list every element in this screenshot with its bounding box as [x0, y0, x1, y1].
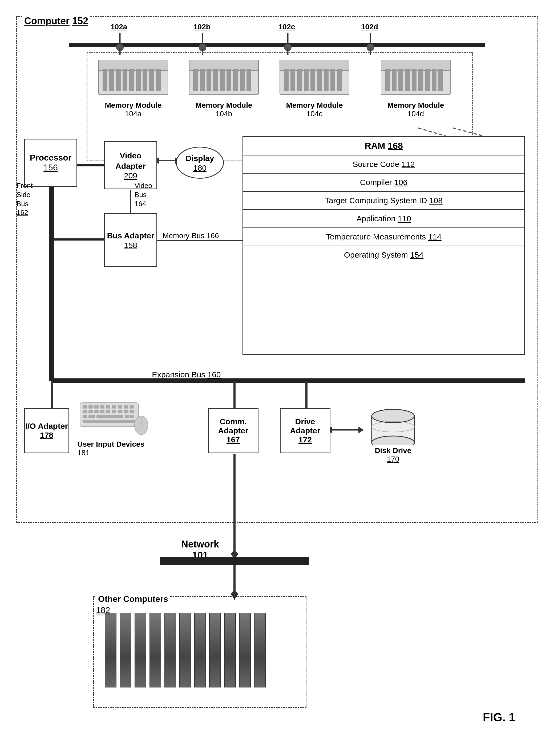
svg-point-110: [372, 409, 414, 423]
memory-module-104d: Memory Module 104d: [362, 57, 469, 118]
svg-rect-41: [109, 69, 114, 91]
front-side-bus-label: FrontSideBus162: [17, 181, 33, 217]
mm-label-104d: Memory Module: [362, 101, 469, 109]
svg-rect-106: [83, 420, 136, 423]
svg-rect-55: [220, 69, 225, 91]
sensor-102a-label: 102a: [110, 23, 127, 31]
svg-rect-94: [94, 410, 99, 413]
svg-rect-45: [136, 69, 141, 91]
ram-item-application: Application 110: [243, 210, 524, 228]
svg-rect-68: [324, 69, 329, 91]
svg-rect-42: [116, 69, 121, 91]
svg-rect-53: [206, 69, 211, 91]
svg-rect-54: [213, 69, 218, 91]
mm-label-104c: Memory Module: [272, 101, 357, 109]
display-oval: Display 180: [176, 147, 224, 179]
ram-title: RAM 168: [243, 137, 524, 155]
ram-item-compiler: Compiler 106: [243, 174, 524, 192]
server-tower-9: [224, 613, 236, 687]
mm-id-104b: 104b: [181, 109, 267, 118]
svg-rect-86: [100, 405, 104, 409]
expansion-bus-id: 160: [207, 370, 221, 379]
svg-rect-51: [193, 69, 198, 91]
svg-rect-105: [129, 415, 134, 418]
svg-rect-88: [112, 405, 116, 409]
bus-adapter-box: Bus Adapter 158: [104, 213, 157, 267]
svg-rect-62: [284, 69, 288, 91]
svg-rect-72: [381, 60, 450, 71]
memory-module-104a: Memory Module 104a: [91, 57, 176, 118]
mm-id-104d: 104d: [362, 109, 469, 118]
svg-marker-32: [231, 589, 238, 595]
computer-text: Computer: [24, 16, 70, 26]
processor-id: 156: [44, 163, 57, 173]
network-bus-bar: [160, 557, 309, 565]
svg-rect-69: [330, 69, 335, 91]
svg-rect-85: [94, 405, 99, 409]
svg-rect-59: [247, 69, 251, 91]
svg-rect-63: [290, 69, 295, 91]
keyboard-mouse-icon: [77, 400, 152, 437]
drive-adapter-label: Drive Adapter: [281, 417, 330, 435]
memory-module-104b: Memory Module 104b: [181, 57, 267, 118]
memory-bus-label: Memory Bus 166: [162, 231, 219, 240]
svg-rect-74: [392, 69, 397, 91]
other-computers-label: Other Computers: [96, 594, 170, 604]
svg-rect-99: [124, 410, 128, 413]
svg-rect-102: [88, 415, 95, 418]
svg-rect-93: [88, 410, 93, 413]
svg-rect-90: [124, 405, 128, 409]
memory-bus-id: 166: [206, 231, 219, 240]
svg-rect-81: [438, 69, 443, 91]
io-adapter-id: 178: [40, 431, 53, 440]
mm-label-104b: Memory Module: [181, 101, 267, 109]
svg-rect-92: [83, 410, 87, 413]
user-input-label: User Input Devices: [77, 440, 173, 448]
server-tower-2: [120, 613, 131, 687]
drive-adapter-box: Drive Adapter 172: [280, 408, 330, 453]
io-adapter-box: I/O Adapter 178: [24, 408, 69, 453]
server-towers: [94, 597, 306, 693]
svg-marker-29: [231, 549, 238, 555]
svg-rect-76: [405, 69, 410, 91]
svg-rect-84: [88, 405, 93, 409]
svg-rect-50: [189, 60, 258, 71]
disk-drive-icon: [366, 400, 420, 445]
display-label: Display: [186, 153, 214, 164]
bus-adapter-id: 158: [124, 241, 137, 250]
user-input-area: User Input Devices 181: [77, 400, 173, 457]
ram-stick-104b: [186, 57, 261, 100]
ram-item-target-computing: Target Computing System ID 108: [243, 192, 524, 210]
ram-stick-104d: [378, 57, 453, 100]
io-adapter-label: I/O Adapter: [25, 422, 68, 431]
svg-rect-77: [412, 69, 416, 91]
ram-item-temperature: Temperature Measurements 114: [243, 228, 524, 246]
server-tower-1: [105, 613, 117, 687]
computer-label: Computer 152: [22, 16, 90, 27]
bus-adapter-label: Bus Adapter: [107, 230, 154, 241]
ram-item-os: Operating System 154: [243, 246, 524, 264]
server-tower-11: [254, 613, 266, 687]
svg-rect-103: [97, 415, 123, 418]
memory-module-104c: Memory Module 104c: [272, 57, 357, 118]
figure-label: FIG. 1: [483, 711, 515, 724]
disk-drive-id: 170: [360, 455, 426, 463]
svg-rect-75: [398, 69, 403, 91]
ram-item-source-code: Source Code 112: [243, 155, 524, 174]
server-tower-10: [239, 613, 251, 687]
user-input-id: 181: [77, 448, 173, 457]
svg-rect-78: [418, 69, 423, 91]
svg-rect-40: [103, 69, 107, 91]
svg-rect-43: [123, 69, 127, 91]
mm-id-104a: 104a: [91, 109, 176, 118]
svg-rect-66: [310, 69, 315, 91]
mm-label-104a: Memory Module: [91, 101, 176, 109]
ram-stick-104c: [277, 57, 352, 100]
svg-rect-64: [297, 69, 302, 91]
svg-rect-52: [200, 69, 205, 91]
sensor-102b-label: 102b: [194, 23, 210, 31]
sensor-102c-label: 102c: [278, 23, 295, 31]
network-label: Network: [181, 539, 219, 550]
svg-rect-83: [83, 405, 87, 409]
svg-rect-70: [337, 69, 342, 91]
